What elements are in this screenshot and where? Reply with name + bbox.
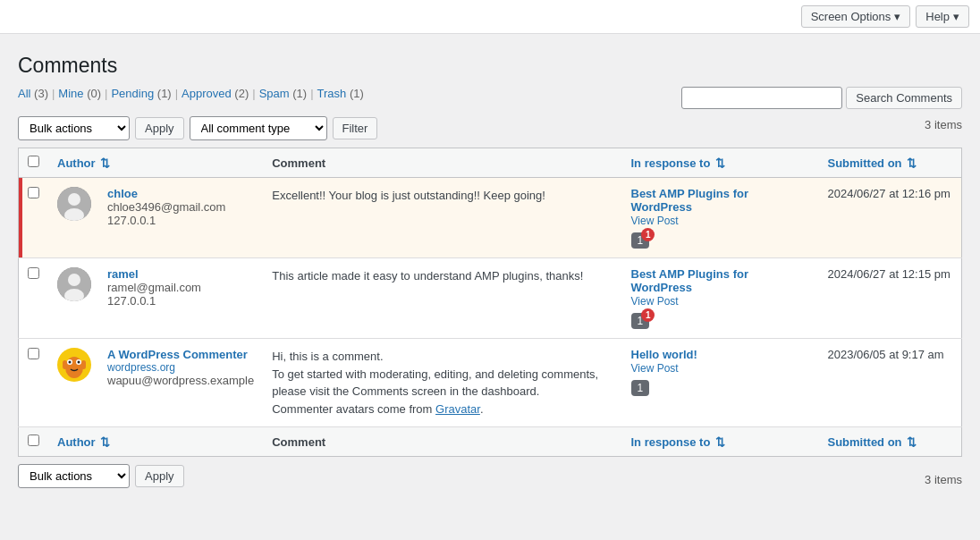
- author-name: ramel: [107, 267, 201, 281]
- filter-button[interactable]: Filter: [333, 117, 378, 139]
- row-checkbox[interactable]: [28, 187, 39, 198]
- table-row: chloe chloe3496@gmail.com 127.0.0.1 Exce…: [19, 178, 962, 258]
- comment-cell: Excellent!! Your blog is just outstandin…: [263, 178, 621, 258]
- avatar: [57, 348, 91, 382]
- screen-options-button[interactable]: Screen Options ▾: [801, 5, 911, 28]
- person-icon: [57, 267, 91, 301]
- search-input[interactable]: [681, 87, 842, 109]
- author-cell: A WordPress Commenter wordpress.org wapu…: [48, 339, 263, 427]
- filter-pending[interactable]: Pending: [111, 87, 154, 100]
- submitted-date: 2024/06/27 at 12:16 pm: [828, 187, 950, 200]
- comment-text: Hi, this is a comment. To get started wi…: [272, 348, 612, 418]
- row-checkbox-cell: [19, 339, 49, 427]
- response-link[interactable]: Best AMP Plugins for WordPress: [631, 267, 748, 294]
- filter-all[interactable]: All: [18, 87, 30, 100]
- svg-point-1: [68, 193, 80, 206]
- col-footer-response: In response to ⇅: [622, 427, 819, 457]
- avatar: [57, 187, 91, 221]
- view-post-link[interactable]: View Post: [631, 215, 679, 227]
- col-header-comment: Comment: [263, 148, 621, 178]
- bulk-actions-select-bottom[interactable]: Bulk actions: [18, 464, 130, 488]
- row-checkbox-cell: [19, 258, 49, 339]
- table-footer-row: Author ⇅ Comment In response to ⇅: [19, 427, 962, 457]
- submitted-sort-link-bottom[interactable]: Submitted on ⇅: [828, 435, 917, 449]
- bubble-badge: 1: [641, 228, 655, 241]
- author-email: ramel@gmail.com: [107, 281, 201, 294]
- author-email: wapuu@wordpress.example: [107, 374, 254, 387]
- bubble-wrap: 1 1: [631, 313, 810, 329]
- table-row: A WordPress Commenter wordpress.org wapu…: [19, 339, 962, 427]
- table-row: ramel ramel@gmail.com 127.0.0.1 This art…: [19, 258, 962, 339]
- sort-arrows-icon: ⇅: [715, 156, 725, 170]
- col-header-submitted: Submitted on ⇅: [819, 148, 962, 178]
- sort-arrows-icon: ⇅: [715, 435, 725, 449]
- filter-spam[interactable]: Spam: [259, 87, 290, 100]
- select-all-checkbox-top[interactable]: [28, 156, 39, 167]
- view-post-link[interactable]: View Post: [631, 295, 679, 308]
- bubble-wrap: 1 1: [631, 232, 810, 249]
- comment-bubble: 1 1: [631, 313, 650, 329]
- sort-arrows-icon: ⇅: [907, 435, 917, 449]
- comment-text: Excellent!! Your blog is just outstandin…: [272, 187, 612, 205]
- row-checkbox[interactable]: [28, 348, 39, 359]
- submitted-date: 2024/06/27 at 12:15 pm: [828, 267, 950, 281]
- items-count-bottom: 3 items: [925, 473, 962, 486]
- view-post-link[interactable]: View Post: [631, 362, 679, 375]
- top-bar: Screen Options ▾ Help ▾: [0, 0, 980, 34]
- avatar: [57, 267, 91, 301]
- select-all-checkbox-bottom[interactable]: [28, 435, 39, 446]
- filter-links: All (3) | Mine (0) | Pending (1) | Appro…: [18, 87, 364, 100]
- col-header-author: Author ⇅: [48, 148, 263, 178]
- comment-bubble: 1 1: [631, 232, 650, 249]
- chevron-down-icon: ▾: [894, 10, 900, 23]
- row-checkbox[interactable]: [28, 267, 39, 279]
- comment-cell: This article made it easy to understand …: [263, 258, 621, 339]
- comments-table: Author ⇅ Comment In response to ⇅: [18, 148, 962, 457]
- apply-button-top[interactable]: Apply: [135, 117, 184, 139]
- author-email: chloe3496@gmail.com: [107, 200, 225, 214]
- submitted-sort-link[interactable]: Submitted on ⇅: [828, 156, 917, 170]
- response-link[interactable]: Hello world!: [631, 348, 697, 361]
- tablenav-bottom: Bulk actions Apply 3 items: [18, 464, 962, 488]
- author-website-link[interactable]: wordpress.org: [107, 361, 254, 374]
- person-icon: [57, 187, 91, 221]
- search-comments-button[interactable]: Search Comments: [846, 87, 962, 109]
- apply-button-bottom[interactable]: Apply: [135, 465, 184, 487]
- author-name: chloe: [107, 187, 225, 200]
- col-footer-submitted: Submitted on ⇅: [819, 427, 962, 457]
- chevron-down-icon: ▾: [953, 10, 959, 23]
- comment-text: This article made it easy to understand …: [272, 267, 612, 285]
- svg-point-10: [69, 361, 72, 364]
- help-label: Help: [925, 10, 950, 23]
- response-sort-link-bottom[interactable]: In response to ⇅: [631, 435, 725, 449]
- submitted-cell: 2024/06/27 at 12:15 pm: [819, 258, 962, 339]
- col-footer-comment: Comment: [263, 427, 621, 457]
- bulk-actions-select-top[interactable]: Bulk actions: [18, 116, 130, 140]
- col-footer-author: Author ⇅: [48, 427, 263, 457]
- author-sort-link-bottom[interactable]: Author ⇅: [57, 435, 110, 449]
- response-cell: Hello world! View Post 1: [622, 339, 819, 427]
- items-count-top: 3 items: [925, 118, 962, 131]
- submitted-date: 2023/06/05 at 9:17 am: [828, 348, 944, 361]
- gravatar-link[interactable]: Gravatar: [435, 402, 480, 416]
- comment-bubble: 1: [631, 380, 650, 396]
- filter-approved[interactable]: Approved: [182, 87, 232, 100]
- response-sort-link[interactable]: In response to ⇅: [631, 156, 725, 170]
- col-header-response: In response to ⇅: [622, 148, 819, 178]
- filter-trash[interactable]: Trash: [317, 87, 347, 100]
- help-button[interactable]: Help ▾: [916, 5, 969, 28]
- sort-arrows-icon: ⇅: [100, 156, 110, 170]
- svg-rect-12: [63, 360, 67, 369]
- response-cell: Best AMP Plugins for WordPress View Post…: [622, 258, 819, 339]
- page-title: Comments: [18, 54, 962, 78]
- row-checkbox-cell: [19, 178, 49, 258]
- filter-mine[interactable]: Mine: [58, 87, 83, 100]
- comment-type-select[interactable]: All comment type: [190, 116, 327, 140]
- author-sort-link[interactable]: Author ⇅: [57, 156, 110, 170]
- submitted-cell: 2024/06/27 at 12:16 pm: [819, 178, 962, 258]
- response-link[interactable]: Best AMP Plugins for WordPress: [631, 187, 748, 214]
- bubble-wrap: 1: [631, 380, 810, 396]
- comment-cell: Hi, this is a comment. To get started wi…: [263, 339, 621, 427]
- author-cell: ramel ramel@gmail.com 127.0.0.1: [48, 258, 263, 339]
- svg-rect-13: [81, 360, 86, 369]
